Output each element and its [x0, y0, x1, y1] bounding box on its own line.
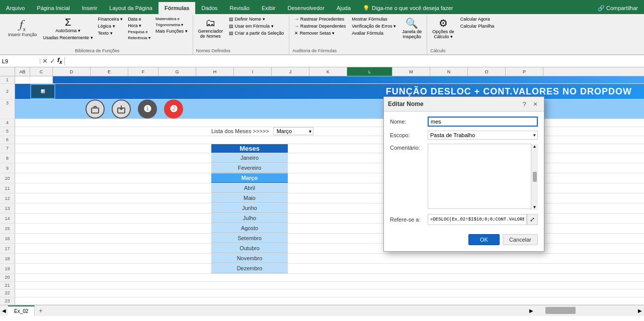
sheet-tab-ex02[interactable]: Ex_02: [8, 305, 35, 316]
usadas-button[interactable]: Usadas Recentemente ▾: [41, 35, 95, 41]
step-3-circle[interactable]: ❶: [138, 99, 157, 119]
col-header-f[interactable]: F: [128, 67, 158, 76]
month-junho[interactable]: Junho: [242, 205, 257, 211]
col-header-c[interactable]: C: [30, 67, 53, 76]
definir-nome-button[interactable]: ▤ Definir Nome ▾: [227, 16, 286, 22]
verificacao-button[interactable]: Verificação de Erros ▾: [350, 23, 398, 29]
cell-1-ab[interactable]: [15, 76, 30, 83]
lightbulb-icon: 💡: [363, 5, 370, 12]
month-maio[interactable]: Maio: [244, 195, 256, 201]
remover-setas-button[interactable]: ✕ Remover Setas ▾: [292, 30, 348, 36]
dialog-footer: OK Cancelar: [384, 234, 544, 251]
col-header-p[interactable]: P: [506, 67, 543, 76]
rastrear-dep-button[interactable]: → Rastrear Dependentes: [292, 23, 348, 29]
col-header-j[interactable]: J: [272, 67, 309, 76]
inserir-funcao-button[interactable]: 𝑓x Inserir Função: [5, 16, 40, 38]
col-header-l[interactable]: L: [347, 67, 392, 76]
col-header-h[interactable]: H: [196, 67, 234, 76]
month-janeiro[interactable]: Janeiro: [240, 155, 259, 161]
col-header-ab[interactable]: AB: [15, 67, 30, 76]
nome-input[interactable]: [428, 117, 538, 127]
tab-dados[interactable]: Dados: [195, 2, 223, 14]
step-2-icon[interactable]: [112, 99, 131, 119]
dropdown-select[interactable]: Março ▾: [273, 127, 313, 135]
janela-inspecao-button[interactable]: 🔍 Janela deInspeção: [400, 16, 424, 40]
logica-button[interactable]: Lógica ▾: [96, 23, 125, 29]
mostrar-formulas-button[interactable]: Mostrar Fórmulas: [350, 16, 398, 22]
dialog-help-icon[interactable]: ?: [520, 99, 529, 109]
pesquisa-button[interactable]: Pesquisa e: [126, 29, 152, 35]
month-março[interactable]: Março: [242, 175, 258, 181]
tab-formulas[interactable]: Fórmulas: [158, 2, 196, 14]
cell-ref-box[interactable]: L9: [0, 58, 40, 64]
dialog-close-icon[interactable]: ×: [531, 99, 540, 109]
col-header-d[interactable]: D: [53, 67, 91, 76]
data-hora-button[interactable]: Data e: [126, 16, 152, 22]
month-julho[interactable]: Julho: [243, 215, 256, 221]
month-agosto[interactable]: Agosto: [241, 225, 258, 231]
month-fevereiro[interactable]: Fevereiro: [238, 165, 261, 171]
textarea-scrollbar[interactable]: ▲ ▼: [531, 144, 538, 210]
ok-button[interactable]: OK: [468, 234, 500, 245]
scroll-up-icon[interactable]: ▲: [532, 144, 537, 149]
tell-me[interactable]: 💡Diga-me o que você deseja fazer: [357, 2, 459, 14]
month-setembro[interactable]: Setembro: [237, 235, 262, 241]
month-novembro[interactable]: Novembro: [237, 255, 263, 261]
col-header-e[interactable]: E: [91, 67, 128, 76]
formula-input[interactable]: [65, 58, 644, 64]
add-sheet-button[interactable]: +: [35, 305, 46, 316]
dialog-nome-row: Nome:: [390, 117, 538, 127]
col-header-o[interactable]: O: [468, 67, 506, 76]
step-1-icon[interactable]: [86, 99, 105, 119]
tab-layout[interactable]: Layout da Página: [103, 2, 158, 14]
referse-input[interactable]: [428, 214, 527, 225]
scroll-right-button[interactable]: ▶: [527, 305, 535, 316]
tab-ajuda[interactable]: Ajuda: [331, 2, 357, 14]
scroll-down-icon[interactable]: ▼: [532, 204, 537, 210]
texto-button[interactable]: Texto ▾: [96, 30, 125, 36]
cell-2-ab[interactable]: [15, 84, 30, 99]
avaliar-button[interactable]: Avaliar Fórmula: [350, 30, 398, 36]
cancel-formula-icon[interactable]: ✕: [42, 57, 48, 65]
gerenciador-button[interactable]: 🗂 Gerenciadorde Nomes: [196, 16, 225, 40]
scroll-end-button[interactable]: ▶: [636, 305, 644, 316]
calcular-agora-button[interactable]: Calcular Agora: [458, 16, 497, 22]
month-dezembro[interactable]: Dezembro: [237, 265, 263, 271]
month-outubro[interactable]: Outubro: [239, 245, 260, 251]
col-header-k[interactable]: K: [309, 67, 347, 76]
calcular-planilha-button[interactable]: Calcular Planilha: [458, 23, 497, 29]
steps-area: ❶ ❷: [15, 99, 644, 119]
scroll-left-button[interactable]: ◀: [0, 305, 8, 316]
col-header-n[interactable]: N: [430, 67, 468, 76]
confirm-formula-icon[interactable]: ✓: [50, 57, 55, 65]
grid-row-10: 10 Março: [0, 173, 644, 183]
rastrear-prec-button[interactable]: → Rastrear Precedentes: [292, 16, 348, 22]
tab-pagina-inicial[interactable]: Página Inicial: [31, 2, 75, 14]
col-header-i[interactable]: I: [234, 67, 272, 76]
grid-row-19: 19 Dezembro: [0, 264, 644, 274]
escopo-select[interactable]: Pasta de Trabalho: [428, 131, 538, 140]
financeira-button[interactable]: Financeira ▾: [96, 16, 125, 22]
cancel-button[interactable]: Cancelar: [503, 234, 538, 245]
tab-desenvolvedor[interactable]: Desenvolvedor: [282, 2, 331, 14]
opcoes-calculo-button[interactable]: ⚙ Opções deCálculo ▾: [430, 16, 456, 40]
step-4-circle[interactable]: ❷: [164, 99, 183, 119]
tab-inserir[interactable]: Inserir: [76, 2, 104, 14]
criar-selecao-button[interactable]: ▤ Criar a partir da Seleção: [227, 30, 286, 36]
usar-formula-button[interactable]: ▤ Usar em Fórmula ▾: [227, 23, 286, 29]
referse-collapse-button[interactable]: ⤢: [527, 214, 538, 225]
cell-1-c[interactable]: [30, 76, 53, 83]
tab-arquivo[interactable]: Arquivo: [0, 2, 31, 14]
share-button[interactable]: 🔗 Compartilhar: [592, 2, 644, 14]
month-abril[interactable]: Abril: [244, 185, 255, 191]
matematica-button[interactable]: Matemática e: [153, 16, 190, 22]
tab-revisao[interactable]: Revisão: [223, 2, 256, 14]
tab-exibir[interactable]: Exibir: [256, 2, 282, 14]
comentario-textarea[interactable]: [428, 144, 538, 209]
col-header-m[interactable]: M: [392, 67, 430, 76]
h-scrollbar-track[interactable]: [535, 305, 636, 316]
col-header-g[interactable]: G: [158, 67, 196, 76]
mais-funcoes-button[interactable]: Mais Funções ▾: [153, 28, 190, 34]
insert-function-icon[interactable]: fx: [57, 57, 62, 65]
autosoma-button[interactable]: Σ AutoSoma ▾: [41, 16, 95, 34]
